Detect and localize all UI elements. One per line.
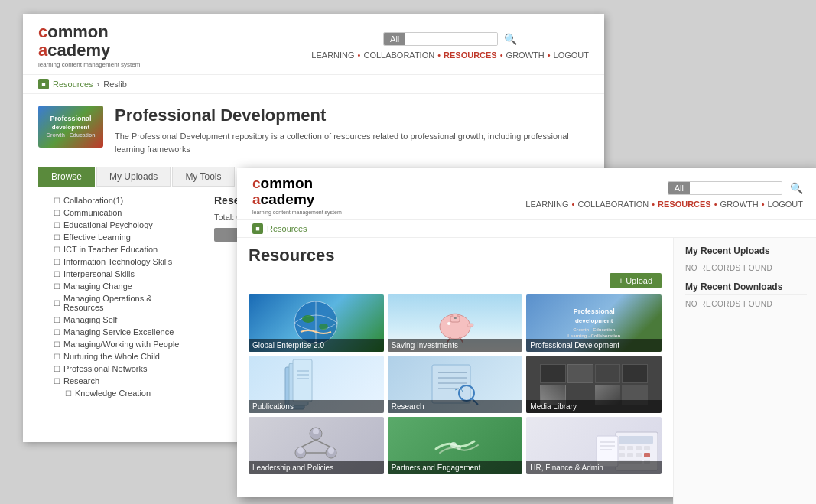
svg-point-34 — [297, 447, 304, 454]
front-search-icon[interactable]: 🔍 — [790, 182, 803, 194]
svg-rect-39 — [619, 436, 653, 444]
upload-button[interactable]: + Upload — [610, 273, 662, 288]
sidebar-item-interpersonal[interactable]: Interpersonal Skills — [54, 268, 191, 280]
svg-rect-43 — [644, 446, 650, 450]
sidebar-item-nurturing[interactable]: Nurturing the Whole Child — [54, 350, 191, 363]
back-logo-text: common academy — [38, 23, 140, 60]
grid-item-global-enterprise[interactable]: Global Enterprise 2.0 — [249, 294, 384, 352]
back-tab-my-uploads[interactable]: My Uploads — [96, 167, 171, 187]
grid-item-saving[interactable]: Saving Investments — [388, 294, 523, 352]
grid-item-prof-dev[interactable]: Professional development Growth · Educat… — [526, 294, 662, 352]
front-breadcrumb-resources[interactable]: Resources — [267, 224, 307, 233]
recent-downloads-no-records: No records found — [685, 300, 807, 308]
svg-point-4 — [319, 324, 328, 330]
svg-point-36 — [450, 442, 457, 448]
svg-point-33 — [313, 428, 319, 434]
piggy-bank-icon — [432, 302, 478, 344]
front-nav-resources[interactable]: RESOURCES — [658, 200, 711, 209]
front-header: common academy learning content manageme… — [237, 168, 816, 220]
grid-item-publications[interactable]: Publications — [249, 356, 384, 413]
back-breadcrumb-icon: ■ — [38, 79, 49, 89]
sidebar-item-ict[interactable]: ICT in Teacher Education — [54, 243, 191, 255]
sidebar-item-educational-psychology[interactable]: Educational Psychology — [54, 219, 191, 231]
recent-downloads-title: My Recent Downloads — [685, 281, 807, 295]
sidebar-item-managing-self[interactable]: Managing Self — [54, 314, 191, 326]
grid-label-global-enterprise: Global Enterprise 2.0 — [249, 339, 384, 352]
back-search-all-label: All — [384, 33, 405, 45]
grid-item-hr-finance[interactable]: HR, Finance & Admin — [526, 417, 662, 474]
svg-rect-10 — [467, 324, 473, 327]
sidebar-item-research[interactable]: Research — [54, 375, 191, 387]
back-search-input[interactable] — [405, 33, 497, 45]
grid-item-partners[interactable]: Partners and Engagement — [388, 417, 523, 474]
grid-label-leadership: Leadership and Policies — [249, 461, 384, 474]
svg-point-7 — [447, 322, 450, 325]
front-nav-learning[interactable]: LEARNING — [525, 200, 568, 209]
resources-grid: Global Enterprise 2.0 — [249, 294, 662, 474]
sidebar-item-managing-service[interactable]: Managing Service Excellence — [54, 326, 191, 338]
back-logo-tagline: learning content management system — [38, 61, 140, 68]
back-sidebar: Collaboration(1) Communication Education… — [38, 187, 206, 407]
upload-bar: + Upload — [249, 273, 662, 288]
front-search-input[interactable] — [690, 182, 782, 194]
front-nav-logout[interactable]: LOGOUT — [768, 200, 803, 209]
front-logo: common academy learning content manageme… — [252, 176, 342, 215]
svg-rect-44 — [619, 453, 625, 457]
grid-item-leadership[interactable]: Leadership and Policies — [249, 417, 384, 474]
back-tab-my-tools[interactable]: My Tools — [172, 167, 234, 187]
svg-rect-46 — [636, 453, 642, 457]
back-prof-thumb: Professional development Growth · Educat… — [38, 106, 103, 148]
sidebar-item-collaboration[interactable]: Collaboration(1) — [54, 194, 191, 206]
back-nav-collaboration[interactable]: COLLABORATION — [363, 50, 434, 60]
sidebar-item-knowledge[interactable]: Knowledge Creation — [54, 387, 191, 399]
front-breadcrumb-icon: ■ — [252, 223, 263, 234]
back-nav-logout[interactable]: LOGOUT — [554, 50, 589, 60]
grid-label-partners: Partners and Engagement — [388, 461, 523, 474]
back-search-icon[interactable]: 🔍 — [504, 33, 517, 45]
grid-item-research[interactable]: Research — [388, 356, 523, 413]
front-sidebar: My Recent Uploads No records found My Re… — [673, 238, 816, 504]
grid-label-research: Research — [388, 400, 523, 413]
front-search-all-label: All — [668, 182, 690, 194]
sidebar-item-managing-ops[interactable]: Managing Operations & Resources — [54, 292, 191, 314]
back-title-section: Professional Development The Professiona… — [115, 106, 589, 155]
svg-rect-47 — [644, 453, 650, 457]
sidebar-item-effective-learning[interactable]: Effective Learning — [54, 231, 191, 243]
front-nav-collaboration[interactable]: COLLABORATION — [577, 200, 649, 209]
recent-uploads-no-records: No records found — [685, 264, 807, 272]
svg-rect-42 — [636, 446, 642, 450]
back-tab-browse[interactable]: Browse — [38, 167, 95, 187]
front-logo-tagline: learning content management system — [252, 210, 342, 215]
sidebar-item-managing-people[interactable]: Managing/Working with People — [54, 338, 191, 350]
front-logo-line2: academy — [252, 192, 342, 208]
svg-rect-20 — [432, 365, 470, 403]
front-window: common academy learning content manageme… — [237, 168, 816, 497]
recent-uploads-title: My Recent Uploads — [685, 245, 807, 259]
back-nav-resources[interactable]: RESOURCES — [444, 50, 497, 60]
back-page-description: The Professional Development repository … — [115, 130, 589, 155]
front-nav-growth[interactable]: GROWTH — [720, 200, 759, 209]
front-nav-right: All 🔍 LEARNING • COLLABORATION • RESOURC… — [525, 181, 803, 209]
svg-rect-45 — [627, 453, 633, 457]
back-search-bar[interactable]: All — [383, 32, 498, 46]
front-main: Resources + Upload — [237, 238, 673, 504]
sidebar-item-communication[interactable]: Communication — [54, 206, 191, 219]
svg-rect-16 — [293, 359, 312, 402]
back-breadcrumb-resources[interactable]: Resources — [53, 80, 93, 89]
back-nav-search: All 🔍 LEARNING • COLLABORATION • RESOURC… — [311, 32, 589, 60]
sidebar-item-managing-change[interactable]: Managing Change — [54, 280, 191, 292]
front-logo-line1: common — [252, 176, 342, 192]
svg-rect-40 — [619, 446, 625, 450]
front-search-bar[interactable]: All — [668, 181, 782, 195]
svg-point-35 — [328, 447, 334, 454]
front-nav-links: LEARNING • COLLABORATION • RESOURCES • G… — [525, 200, 803, 209]
back-nav: LEARNING • COLLABORATION • RESOURCES • G… — [311, 50, 589, 60]
back-header: common academy learning content manageme… — [23, 14, 604, 75]
grid-item-media-library[interactable]: Media Library — [526, 356, 662, 413]
sidebar-item-networks[interactable]: Professional Networks — [54, 363, 191, 375]
sidebar-item-it-skills[interactable]: Information Technology Skills — [54, 255, 191, 268]
back-nav-growth[interactable]: GROWTH — [506, 50, 545, 60]
back-nav-learning[interactable]: LEARNING — [311, 50, 354, 60]
svg-point-37 — [457, 445, 461, 450]
svg-rect-9 — [453, 314, 457, 317]
